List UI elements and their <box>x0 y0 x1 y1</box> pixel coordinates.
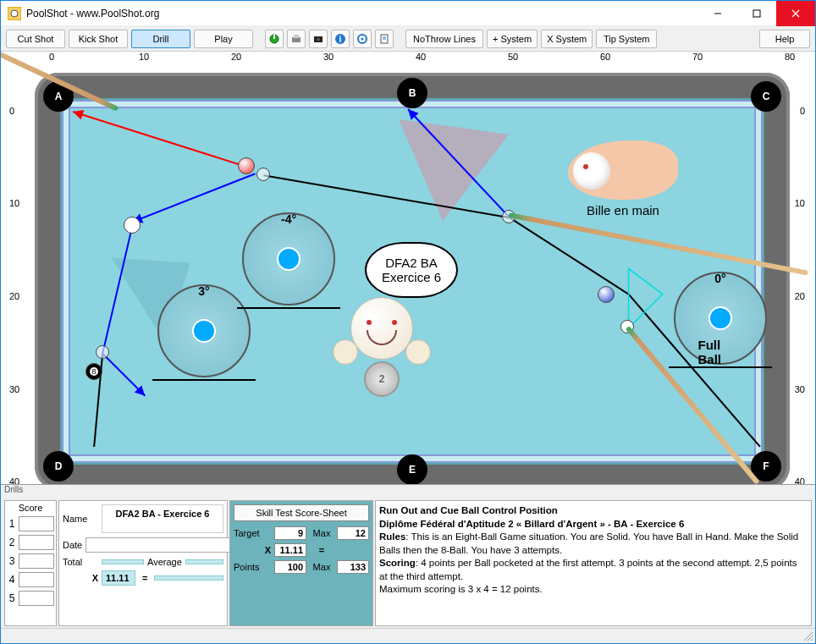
tab-drills[interactable]: Drills <box>4 485 23 494</box>
ruler-x: 010 2030 4050 6070 80 <box>52 52 790 69</box>
ghost-ball <box>256 168 270 181</box>
resize-grip[interactable] <box>802 630 814 642</box>
svg-point-11 <box>317 37 320 41</box>
svg-text:i: i <box>339 35 342 44</box>
target-value: 9 <box>274 526 306 540</box>
score-input-3[interactable] <box>19 553 54 569</box>
power-icon[interactable] <box>265 30 284 48</box>
total-value <box>102 559 144 564</box>
medal-icon: 2 <box>364 361 400 397</box>
speech-bubble: DFA2 BAExercice 6 <box>365 242 458 298</box>
nothrow-button[interactable]: NoThrow Lines <box>405 30 483 48</box>
drill-button[interactable]: Drill <box>131 30 190 48</box>
window-title: PoolShot - www.PoolShot.org <box>26 8 698 19</box>
target-max: 12 <box>337 526 369 540</box>
skill-x: 11.11 <box>274 543 306 557</box>
aim-disc-1: 3° <box>157 284 251 377</box>
svg-rect-3 <box>753 10 760 17</box>
score-input-5[interactable] <box>19 591 54 606</box>
svg-rect-9 <box>294 35 299 38</box>
skill-panel: Skill Test Score-Sheet Target9Max12 X11.… <box>229 500 373 626</box>
document-icon[interactable] <box>375 30 394 48</box>
ball-2[interactable] <box>598 286 615 303</box>
plus-system-button[interactable]: + System <box>487 30 538 48</box>
minimize-button[interactable] <box>698 1 737 26</box>
play-button[interactable]: Play <box>194 30 253 48</box>
date-input[interactable] <box>85 537 230 553</box>
aim-disc-3: 0° Full Ball <box>674 272 767 365</box>
ball-8[interactable] <box>85 363 102 380</box>
camera-icon[interactable] <box>309 30 328 48</box>
info-panel: NameDFA2 BA - Exercice 6 DateClear Total… <box>58 500 228 626</box>
close-button[interactable] <box>776 1 815 26</box>
score-panel: Score 1 2 3 4 5 <box>4 500 57 626</box>
points-value: 100 <box>274 560 306 574</box>
points-max: 133 <box>337 560 369 574</box>
main-canvas[interactable]: 010 2030 4050 6070 80 010 2030 40 010 20… <box>1 52 815 628</box>
ball-in-hand: Bille en main <box>568 140 678 217</box>
mascot: 2 <box>339 297 424 382</box>
titlebar: PoolShot - www.PoolShot.org <box>1 1 815 26</box>
description-panel: Run Out and Cue Ball Control Position Di… <box>375 500 812 626</box>
maximize-button[interactable] <box>737 1 776 26</box>
pocket-b: B <box>397 78 427 108</box>
pool-table[interactable]: A B C D E F 3° -4° 0° Full Ball <box>35 73 790 490</box>
toolbar: Cut Shot Kick Shot Drill Play i NoThrow … <box>1 26 815 52</box>
pocket-e: E <box>397 454 427 485</box>
pocket-c: C <box>751 81 781 112</box>
score-input-4[interactable] <box>19 572 54 587</box>
help-button[interactable]: Help <box>759 30 810 48</box>
aim-disc-2: -4° <box>242 212 335 305</box>
info-icon[interactable]: i <box>331 30 350 48</box>
pocket-d: D <box>43 451 74 482</box>
score-input-1[interactable] <box>19 516 54 531</box>
svg-point-15 <box>361 37 364 40</box>
svg-rect-7 <box>273 35 275 39</box>
panel-tabs: Drills <box>1 485 815 498</box>
svg-point-1 <box>11 10 18 17</box>
kick-shot-button[interactable]: Kick Shot <box>69 30 128 48</box>
ruler-y-left: 010 2030 40 <box>9 77 35 498</box>
app-icon <box>8 7 21 20</box>
cue-ball[interactable] <box>124 217 141 234</box>
statusbar <box>1 628 815 643</box>
score-input-2[interactable] <box>19 535 54 550</box>
tip-system-button[interactable]: Tip System <box>596 30 657 48</box>
x-system-button[interactable]: X System <box>541 30 593 48</box>
drill-name: DFA2 BA - Exercice 6 <box>102 504 223 533</box>
svg-line-30 <box>811 639 813 641</box>
gear-icon[interactable] <box>353 30 372 48</box>
ghost-ball <box>96 345 109 359</box>
ball-3[interactable] <box>238 157 255 174</box>
cut-shot-button[interactable]: Cut Shot <box>6 30 65 48</box>
x-value: 11.11 <box>102 570 135 586</box>
skill-sheet-button[interactable]: Skill Test Score-Sheet <box>234 504 369 521</box>
avg-value <box>185 559 223 564</box>
print-icon[interactable] <box>287 30 306 48</box>
